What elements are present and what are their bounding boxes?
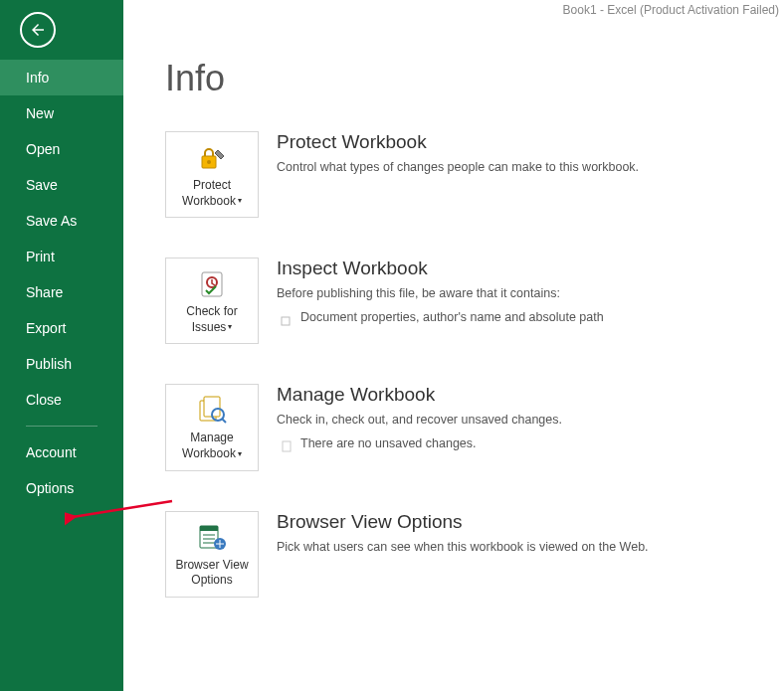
manage-bullet: There are no unsaved changes. (300, 433, 477, 453)
chevron-down-icon: ▾ (238, 196, 242, 206)
nav-item-save-as[interactable]: Save As (0, 203, 123, 239)
protect-workbook-button[interactable]: ProtectWorkbook▾ (165, 131, 259, 218)
check-for-issues-button[interactable]: Check forIssues▾ (165, 258, 259, 344)
browser-title: Browser View Options (277, 511, 784, 533)
protect-button-label: ProtectWorkbook▾ (182, 178, 242, 209)
svg-rect-9 (283, 441, 291, 451)
section-manage: ManageWorkbook▾ Manage Workbook Check in… (165, 384, 784, 470)
square-bullet-icon (281, 312, 291, 322)
nav-primary: Info New Open Save Save As Print Share E… (0, 60, 123, 506)
svg-line-8 (222, 419, 226, 423)
document-dim-icon (281, 438, 291, 448)
browser-button-label: Browser ViewOptions (175, 558, 248, 589)
nav-item-close[interactable]: Close (0, 382, 123, 418)
nav-item-save[interactable]: Save (0, 167, 123, 203)
nav-item-info[interactable]: Info (0, 60, 123, 95)
back-button[interactable] (20, 12, 56, 48)
nav-item-export[interactable]: Export (0, 310, 123, 346)
protect-title: Protect Workbook (277, 131, 784, 153)
inspect-bullet: Document properties, author's name and a… (300, 307, 604, 327)
inspect-button-label: Check forIssues▾ (186, 304, 237, 335)
nav-item-account[interactable]: Account (0, 434, 123, 470)
section-inspect: Check forIssues▾ Inspect Workbook Before… (165, 258, 784, 344)
svg-rect-11 (200, 526, 218, 531)
chevron-down-icon: ▾ (238, 449, 242, 459)
nav-item-open[interactable]: Open (0, 131, 123, 167)
browser-view-icon (196, 522, 228, 554)
manage-icon (196, 395, 228, 427)
nav-item-new[interactable]: New (0, 95, 123, 131)
nav-item-share[interactable]: Share (0, 274, 123, 310)
svg-point-1 (207, 160, 211, 164)
browser-view-options-button[interactable]: Browser ViewOptions (165, 511, 259, 598)
svg-rect-2 (202, 272, 222, 296)
nav-item-publish[interactable]: Publish (0, 346, 123, 382)
section-protect: ProtectWorkbook▾ Protect Workbook Contro… (165, 131, 784, 218)
sidebar: Info New Open Save Save As Print Share E… (0, 0, 123, 691)
inspect-icon (196, 268, 228, 300)
arrow-left-icon (29, 21, 47, 39)
chevron-down-icon: ▾ (228, 322, 232, 332)
nav-item-print[interactable]: Print (0, 239, 123, 274)
inspect-sub: Before publishing this file, be aware th… (277, 283, 784, 303)
manage-sub: Check in, check out, and recover unsaved… (277, 410, 784, 430)
browser-sub: Pick what users can see when this workbo… (277, 537, 784, 557)
section-browser-view: Browser ViewOptions Browser View Options… (165, 511, 784, 598)
content-area: Info ProtectWorkbook▾ Protect Workbook C… (123, 0, 784, 598)
manage-title: Manage Workbook (277, 384, 784, 406)
page-title: Info (165, 58, 784, 99)
nav-separator (26, 426, 98, 427)
svg-rect-4 (282, 317, 290, 325)
manage-button-label: ManageWorkbook▾ (182, 431, 242, 461)
protect-sub: Control what types of changes people can… (277, 157, 784, 177)
manage-workbook-button[interactable]: ManageWorkbook▾ (165, 384, 259, 470)
lock-key-icon (196, 142, 228, 174)
nav-item-options[interactable]: Options (0, 470, 123, 506)
inspect-title: Inspect Workbook (277, 258, 784, 279)
